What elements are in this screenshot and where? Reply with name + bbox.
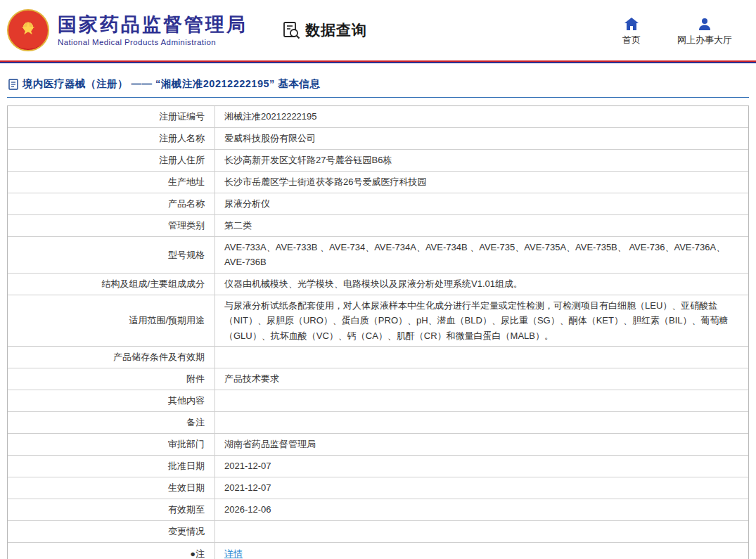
emblem-star-icon: ★ (20, 20, 36, 37)
row-value: 2021-12-07 (215, 456, 748, 477)
nav-item-service-hall[interactable]: 网上办事大厅 (677, 18, 732, 46)
document-icon (8, 79, 18, 90)
row-value (215, 521, 748, 542)
row-label: 生产地址 (8, 172, 215, 193)
table-row: 注册人名称爱威科技股份有限公司 (8, 128, 748, 150)
table-row: 结构及组成/主要组成成分仪器由机械模块、光学模块、电路模块以及尿液分析处理系统V… (8, 274, 748, 295)
table-row: 型号规格AVE-733A、AVE-733B 、AVE-734、AVE-734A、… (8, 237, 748, 274)
row-value: 长沙市岳麓区学士街道茯苓路26号爱威医疗科技园 (215, 172, 748, 193)
row-label: 审批部门 (8, 434, 215, 455)
table-row: 注册证编号湘械注准20212222195 (8, 106, 748, 128)
main-content: 境内医疗器械（注册） —— “湘械注准20212222195” 基本信息 注册证… (0, 63, 756, 559)
table-row: 生效日期2021-12-07 (8, 477, 748, 499)
table-row: 其他内容 (8, 390, 748, 412)
row-label: 适用范围/预期用途 (8, 295, 215, 346)
table-row: 产品名称尿液分析仪 (8, 193, 748, 215)
table-row: 备注 (8, 412, 748, 434)
row-value (215, 390, 748, 411)
table-row: 变更情况 (8, 521, 748, 543)
row-label: 管理类别 (8, 215, 215, 236)
table-row: 管理类别第二类 (8, 215, 748, 237)
row-label: 结构及组成/主要组成成分 (8, 274, 215, 295)
table-row: 附件产品技术要求 (8, 368, 748, 390)
table-row: 适用范围/预期用途与尿液分析试纸条配套使用，对人体尿液样本中生化成分进行半定量或… (8, 295, 748, 347)
row-value: 详情 (215, 543, 748, 559)
row-value: 产品技术要求 (215, 368, 748, 390)
nav-item-home[interactable]: 首页 (622, 18, 641, 46)
page-title-bar: 境内医疗器械（注册） —— “湘械注准20212222195” 基本信息 (7, 77, 749, 98)
nmpa-emblem-logo: ★ (7, 9, 49, 51)
row-value: 湘械注准20212222195 (215, 106, 748, 127)
row-label: 注册人名称 (8, 128, 215, 149)
row-label: 有效期至 (8, 499, 215, 520)
nav-item-label: 网上办事大厅 (677, 34, 732, 46)
row-value: 2026-12-06 (215, 499, 748, 520)
row-label: 产品名称 (8, 193, 215, 214)
row-label: 型号规格 (8, 237, 215, 273)
row-value: 尿液分析仪 (215, 193, 748, 214)
row-label: 生效日期 (8, 477, 215, 499)
row-label: 附件 (8, 368, 215, 390)
nav-item-label: 首页 (622, 34, 641, 46)
table-row: 审批部门湖南省药品监督管理局 (8, 434, 748, 456)
row-label: 备注 (8, 412, 215, 433)
row-value: 湖南省药品监督管理局 (215, 434, 748, 455)
data-query-tab[interactable]: 数据查询 (281, 20, 367, 40)
header-nav: 首页 网上办事大厅 (622, 18, 732, 46)
row-value: 第二类 (215, 215, 748, 236)
table-row: 生产地址长沙市岳麓区学士街道茯苓路26号爱威医疗科技园 (8, 172, 748, 193)
org-name-cn: 国家药品监督管理局 (58, 14, 248, 36)
info-table: 注册证编号湘械注准20212222195注册人名称爱威科技股份有限公司注册人住所… (7, 105, 749, 559)
user-icon (698, 18, 711, 30)
row-label: 注册人住所 (8, 150, 215, 171)
data-query-label: 数据查询 (305, 20, 367, 40)
home-icon (624, 18, 639, 30)
table-row: 有效期至2026-12-06 (8, 499, 748, 521)
row-value (215, 412, 748, 433)
table-row: ●注详情 (8, 543, 748, 559)
row-label: 其他内容 (8, 390, 215, 411)
row-value: 爱威科技股份有限公司 (215, 128, 748, 149)
page-title: 境内医疗器械（注册） —— “湘械注准20212222195” 基本信息 (23, 77, 320, 91)
row-label: 批准日期 (8, 456, 215, 477)
table-row: 注册人住所长沙高新开发区文轩路27号麓谷钰园B6栋 (8, 150, 748, 172)
table-row: 批准日期2021-12-07 (8, 456, 748, 477)
data-query-icon (281, 20, 301, 40)
row-value: AVE-733A、AVE-733B 、AVE-734、AVE-734A、AVE-… (215, 237, 748, 273)
row-value (215, 347, 748, 368)
row-label: 变更情况 (8, 521, 215, 542)
row-label: ●注 (8, 543, 215, 559)
row-label: 产品储存条件及有效期 (8, 347, 215, 368)
org-name-en: National Medical Products Administration (58, 38, 248, 46)
header: ★ 国家药品监督管理局 National Medical Products Ad… (0, 0, 756, 60)
row-value: 长沙高新开发区文轩路27号麓谷钰园B6栋 (215, 150, 748, 171)
org-title-block: 国家药品监督管理局 National Medical Products Admi… (58, 14, 248, 46)
row-value: 2021-12-07 (215, 477, 748, 499)
detail-link[interactable]: 详情 (224, 546, 243, 559)
row-value: 与尿液分析试纸条配套使用，对人体尿液样本中生化成分进行半定量或定性检测，可检测项… (215, 295, 748, 346)
row-label: 注册证编号 (8, 106, 215, 127)
row-value: 仪器由机械模块、光学模块、电路模块以及尿液分析处理系统V1.01组成。 (215, 274, 748, 295)
table-row: 产品储存条件及有效期 (8, 347, 748, 368)
